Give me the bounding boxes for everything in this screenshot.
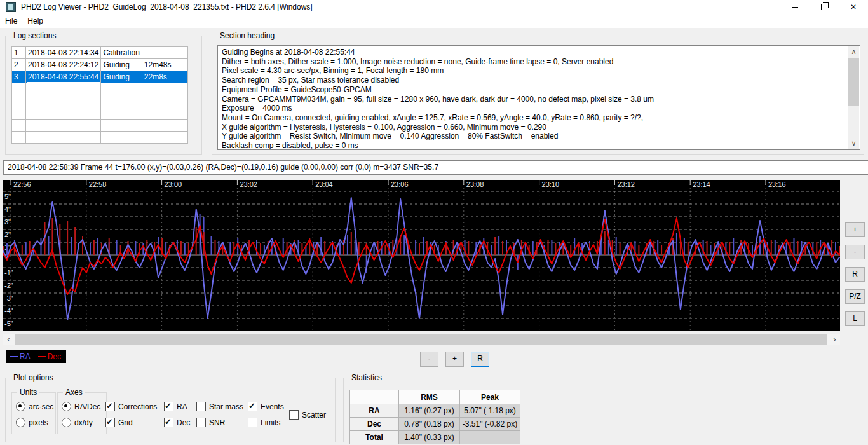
- svg-text:23:14: 23:14: [693, 181, 710, 188]
- svg-text:22:56: 22:56: [13, 181, 31, 188]
- checkbox-scatter[interactable]: Scatter: [289, 410, 326, 420]
- legend-item-dec: Dec: [38, 352, 61, 361]
- close-icon: ✕: [850, 3, 857, 11]
- row-type[interactable]: Guiding: [101, 59, 142, 71]
- row-type[interactable]: Calibration: [101, 47, 142, 59]
- checkbox-label: Events: [261, 402, 284, 411]
- title-bar: PHD2 Log Viewer - PHD2_GuideLog_2018-04-…: [0, 0, 868, 14]
- scrollbar-thumb[interactable]: [15, 334, 827, 345]
- checkbox-icon: [164, 418, 173, 427]
- dec-line-swatch: [38, 356, 46, 357]
- table-row-empty[interactable]: [12, 95, 188, 107]
- heading-line: Backlash comp = disabled, pulse = 0 ms: [222, 141, 846, 150]
- units-group: Units arc-sec pixels: [11, 392, 56, 434]
- table-row[interactable]: 2 2018-04-08 22:24:12 Guiding 12m48s: [12, 59, 188, 71]
- stats-dec-rms: 0.78" (0.18 px): [399, 418, 460, 431]
- legend-item-ra: RA: [10, 352, 31, 361]
- radio-arc-sec[interactable]: arc-sec: [16, 402, 53, 411]
- svg-text:23:00: 23:00: [165, 181, 182, 188]
- radio-pixels[interactable]: pixels: [16, 418, 48, 427]
- checkbox-label: SNR: [209, 418, 225, 427]
- checkbox-icon: [105, 418, 115, 427]
- checkbox-dec[interactable]: Dec: [164, 418, 190, 427]
- row-number[interactable]: 2: [12, 59, 26, 71]
- row-number[interactable]: 1: [12, 47, 26, 59]
- stats-total-peak: [460, 431, 520, 444]
- horizontal-scrollbar[interactable]: ‹ ›: [3, 334, 840, 345]
- svg-text:5": 5": [4, 193, 11, 200]
- row-type[interactable]: Guiding: [101, 71, 142, 83]
- reset-vertical-button[interactable]: R: [845, 267, 865, 282]
- zoom-in-button[interactable]: +: [845, 222, 865, 237]
- scroll-up-icon[interactable]: ∧: [848, 46, 859, 57]
- checkbox-corrections[interactable]: Corrections: [105, 402, 157, 411]
- radio-label: RA/Dec: [74, 402, 100, 411]
- pan-zoom-button[interactable]: P/Z: [845, 289, 865, 304]
- checkbox-icon: [196, 418, 206, 427]
- section-heading-group: Section heading Guiding Begins at 2018-0…: [212, 36, 864, 155]
- axes-group: Axes RA/Dec dx/dy: [57, 392, 107, 434]
- checkbox-label: Dec: [177, 418, 190, 427]
- row-number[interactable]: 3: [12, 71, 26, 83]
- scroll-right-icon[interactable]: ›: [829, 334, 840, 345]
- checkbox-star-mass[interactable]: Star mass: [196, 402, 243, 411]
- stats-row-label: Dec: [350, 418, 399, 431]
- table-row-selected[interactable]: 3 2018-04-08 22:55:44 Guiding 22m8s: [12, 71, 188, 83]
- row-duration[interactable]: 22m8s: [142, 71, 187, 83]
- section-heading-label: Section heading: [217, 31, 277, 40]
- stats-header-peak: Peak: [460, 390, 520, 404]
- checkbox-ra[interactable]: RA: [164, 402, 187, 411]
- table-row[interactable]: 1 2018-04-08 22:14:34 Calibration: [12, 47, 188, 59]
- vertical-scrollbar[interactable]: ∧ ∨: [848, 46, 859, 149]
- zoom-out-button[interactable]: -: [845, 245, 865, 259]
- menu-file[interactable]: File: [0, 14, 22, 28]
- row-datetime[interactable]: 2018-04-08 22:14:34: [26, 47, 101, 59]
- scrollbar-thumb[interactable]: [848, 58, 859, 106]
- table-row-empty[interactable]: [12, 107, 188, 120]
- heading-line: Pixel scale = 4.30 arc-sec/px, Binning =…: [222, 66, 846, 76]
- row-datetime[interactable]: 2018-04-08 22:55:44: [26, 71, 101, 83]
- scroll-left-icon[interactable]: ‹: [3, 334, 14, 345]
- table-row-empty[interactable]: [12, 83, 188, 95]
- svg-text:23:04: 23:04: [315, 181, 333, 188]
- log-sections-group: Log sections 1 2018-04-08 22:14:34 Calib…: [5, 36, 202, 155]
- statistics-group: Statistics RMS Peak RA 1.16" (0.27 px) 5…: [343, 378, 527, 442]
- row-datetime[interactable]: 2018-04-08 22:24:12: [26, 59, 101, 71]
- scroll-down-icon[interactable]: ∨: [848, 138, 859, 149]
- table-row-empty[interactable]: [12, 132, 188, 144]
- minimize-button[interactable]: [780, 0, 810, 14]
- checkbox-grid[interactable]: Grid: [105, 418, 133, 427]
- row-duration[interactable]: [142, 47, 187, 59]
- checkbox-limits[interactable]: Limits: [248, 418, 280, 427]
- checkbox-icon: [164, 402, 173, 411]
- svg-text:3": 3": [4, 218, 11, 226]
- svg-text:-2": -2": [4, 282, 13, 289]
- row-duration[interactable]: 12m48s: [142, 59, 187, 71]
- stats-ra-rms: 1.16" (0.27 px): [399, 404, 460, 418]
- radio-label: dx/dy: [74, 418, 93, 427]
- window-title: PHD2 Log Viewer - PHD2_GuideLog_2018-04-…: [21, 3, 313, 11]
- section-heading-textbox[interactable]: Guiding Begins at 2018-04-08 22:55:44 Di…: [217, 45, 860, 150]
- radio-ra-dec[interactable]: RA/Dec: [62, 402, 100, 411]
- ra-line-swatch: [10, 356, 18, 357]
- svg-text:-1": -1": [4, 269, 13, 277]
- hzoom-in-button[interactable]: +: [445, 352, 464, 367]
- svg-text:23:10: 23:10: [542, 181, 560, 188]
- guide-chart[interactable]: 22:5622:5823:0023:0223:0423:0623:0823:10…: [3, 180, 840, 331]
- hzoom-out-button[interactable]: -: [420, 352, 438, 367]
- guide-chart-canvas[interactable]: 22:5622:5823:0023:0223:0423:0623:0823:10…: [3, 180, 840, 331]
- reset-horizontal-button[interactable]: R: [471, 352, 489, 367]
- statistics-table: RMS Peak RA 1.16" (0.27 px) 5.07" ( 1.18…: [349, 390, 520, 444]
- svg-text:-3": -3": [4, 294, 13, 302]
- close-button[interactable]: ✕: [839, 0, 868, 14]
- checkbox-label: Corrections: [118, 402, 157, 411]
- checkbox-snr[interactable]: SNR: [196, 418, 225, 427]
- restore-button[interactable]: [810, 0, 839, 14]
- svg-text:23:08: 23:08: [466, 181, 484, 188]
- table-row-empty[interactable]: [12, 120, 188, 132]
- radio-dx-dy[interactable]: dx/dy: [62, 418, 93, 427]
- checkbox-events[interactable]: Events: [248, 402, 284, 411]
- heading-line: Mount = On Camera, connected, guiding en…: [222, 113, 846, 123]
- limits-button[interactable]: L: [845, 312, 865, 326]
- menu-help[interactable]: Help: [22, 14, 48, 28]
